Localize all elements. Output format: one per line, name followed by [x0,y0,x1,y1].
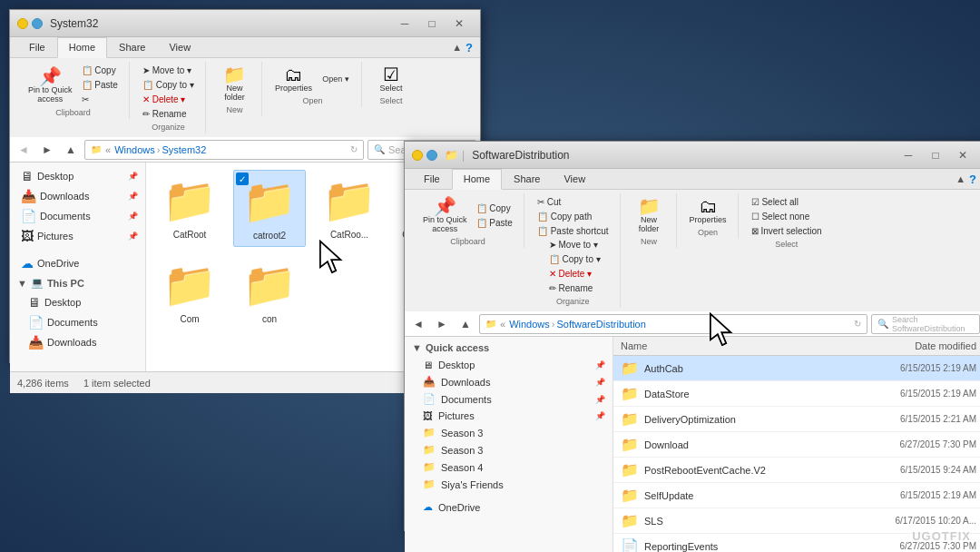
tab-file-w2[interactable]: File [412,169,452,189]
list-item-selfupdate[interactable]: 📁 SelfUpdate 6/15/2015 2:19 AM [613,483,980,508]
address-path-w2[interactable]: 📁 « Windows › SoftwareDistribution ↻ [479,314,867,334]
delete-button[interactable]: ✕ Delete ▾ [139,93,198,106]
tab-share-w2[interactable]: Share [502,169,552,189]
qa-item-pictures[interactable]: 🖼 Pictures 📌 [405,408,612,424]
collapse-ribbon-icon[interactable]: ▲ [452,42,462,53]
search-box-w2[interactable]: 🔍 Search SoftwareDistribution [871,314,980,334]
copy-path-button-w2[interactable]: 📋 Copy path [534,210,612,223]
sidebar-thispc-w1[interactable]: ▼ 💻 This PC [10,273,145,292]
close-button-w2[interactable]: ✕ [949,142,976,169]
minimize-icon[interactable] [17,18,28,29]
tab-file-w1[interactable]: File [17,37,57,57]
properties-button-w2[interactable]: 🗂 Properties [686,195,730,226]
sidebar-item-downloads-w1[interactable]: 📥 Downloads 📌 [10,186,145,206]
file-item-catroot-partial[interactable]: 📁 CatRoo... [313,170,386,247]
pin-icon-qa-documents: 📌 [595,395,605,404]
delete-button-w2[interactable]: ✕ Delete ▾ [545,267,604,281]
list-item-postreboot[interactable]: 📁 PostRebootEventCache.V2 6/15/2015 9:24… [613,458,980,483]
list-item-download[interactable]: 📁 Download 6/27/2015 7:30 PM [613,432,980,458]
restore-button-w2[interactable]: □ [922,142,949,169]
pin-to-quick-access-button-w2[interactable]: 📌 Pin to Quickaccess [419,195,471,235]
qa-item-downloads[interactable]: 📥 Downloads 📌 [405,373,612,390]
paste-shortcut-button-w2[interactable]: 📋 Paste shortcut [534,224,612,238]
address-path-w1[interactable]: 📁 « Windows › System32 ↻ [84,140,364,160]
col-date-header[interactable]: Date modified [824,340,976,351]
back-button-w2[interactable]: ◄ [408,314,428,334]
new-folder-button-w2[interactable]: 📁 Newfolder [631,195,667,235]
new-folder-button-w1[interactable]: 📁 Newfolder [216,64,252,104]
chevron-qa-icon: ▼ [412,342,422,353]
minimize-button-w2[interactable]: ─ [895,142,922,169]
qa-item-season3a[interactable]: 📁 Season 3 [405,424,612,441]
sidebar-item-documents2-w1[interactable]: 📄 Documents [10,312,145,332]
copy-button-w2[interactable]: 📋 Copy [473,202,516,215]
organize-buttons-w1: ➤ Move to ▾ 📋 Copy to ▾ ✕ Delete ▾ ✏ Ren… [139,64,198,121]
maximize-icon-w2[interactable] [426,150,437,161]
tab-home-w2[interactable]: Home [452,169,502,190]
sidebar-item-pictures-w1[interactable]: 🖼 Pictures 📌 [10,226,145,246]
rename-button-w2[interactable]: ✏ Rename [545,281,604,295]
pin-icon-qa-downloads: 📌 [595,378,605,387]
qa-item-documents[interactable]: 📄 Documents 📌 [405,390,612,408]
file-item-catroot2[interactable]: ✓ 📁 catroot2 [233,170,306,247]
move-to-button[interactable]: ➤ Move to ▾ [139,64,198,77]
list-item-authcab[interactable]: 📁 AuthCab 6/15/2015 2:19 AM [613,356,980,381]
close-button[interactable]: ✕ [446,10,473,37]
refresh-icon-w1[interactable]: ↻ [350,144,358,154]
ribbon-group-new-w2: 📁 Newfolder New [622,193,677,248]
select-all-button-w2[interactable]: ☑ Select all [748,195,826,209]
paste-button-w1[interactable]: 📋 Paste [78,78,122,92]
sidebar-item-documents-w1[interactable]: 📄 Documents 📌 [10,206,145,226]
sidebar-item-downloads2-w1[interactable]: 📥 Downloads [10,332,145,352]
copy-to-button-w2[interactable]: 📋 Copy to ▾ [545,252,604,266]
pipe-icon-w2: | [462,149,465,162]
pin-to-quick-access-button[interactable]: 📌 Pin to Quickaccess [24,65,76,105]
help-icon[interactable]: ? [466,41,473,54]
qa-item-season3b[interactable]: 📁 Season 3 [405,441,612,458]
back-button-w1[interactable]: ◄ [14,140,34,160]
list-item-datastore[interactable]: 📁 DataStore 6/15/2015 2:19 AM [613,381,980,407]
rename-button[interactable]: ✏ Rename [139,107,198,121]
onedrive-item-w2[interactable]: ☁ OneDrive [405,498,612,516]
collapse-ribbon-icon-w2[interactable]: ▲ [956,173,965,184]
qa-item-season4[interactable]: 📁 Season 4 [405,458,612,476]
restore-button[interactable]: □ [418,10,446,37]
copy-to-button[interactable]: 📋 Copy to ▾ [139,78,198,92]
quick-access-header[interactable]: ▼ Quick access [405,339,612,357]
paste-button-w2[interactable]: 📋 Paste [473,216,516,230]
invert-selection-button-w2[interactable]: ⊠ Invert selection [748,224,826,238]
copy-button-w1[interactable]: 📋 Copy [78,64,122,77]
sidebar-item-onedrive-w1[interactable]: ☁ OneDrive [10,253,145,273]
file-item-com[interactable]: 📁 Com [153,254,226,330]
file-item-catroot[interactable]: 📁 CatRoot [153,170,226,247]
tab-view-w1[interactable]: View [157,37,202,57]
sidebar-item-desktop2-w1[interactable]: 🖥 Desktop [10,292,145,312]
forward-button-w2[interactable]: ► [432,314,452,334]
col-name-header[interactable]: Name [621,340,824,351]
move-to-button-w2[interactable]: ➤ Move to ▾ [545,238,604,251]
cut-button-w2[interactable]: ✂ Cut [534,195,612,209]
up-button-w2[interactable]: ▲ [456,314,475,334]
sidebar-item-desktop-w1[interactable]: 🖥 Desktop 📌 [10,166,145,186]
minimize-button[interactable]: ─ [391,10,418,37]
tab-home-w1[interactable]: Home [57,37,107,58]
minimize-icon-w2[interactable] [412,150,423,161]
properties-button-w1[interactable]: 🗂 Properties [271,64,316,94]
maximize-icon[interactable] [32,18,43,29]
help-icon-w2[interactable]: ? [969,172,976,186]
clipboard-buttons-w1: 📌 Pin to Quickaccess 📋 Copy 📋 Paste ✂ [24,64,122,106]
list-item-deliveryopt[interactable]: 📁 DeliveryOptimization 6/15/2015 2:21 AM [613,407,980,432]
up-button-w1[interactable]: ▲ [61,140,81,160]
qa-item-siyas-friends[interactable]: 📁 Siya's Friends [405,476,612,493]
open-button-w1[interactable]: Open ▾ [318,73,354,85]
qa-item-desktop[interactable]: 🖥 Desktop 📌 [405,357,612,373]
forward-button-w1[interactable]: ► [37,140,57,160]
select-button-w1[interactable]: ☑ Select [373,64,409,94]
tab-view-w2[interactable]: View [552,169,597,189]
tab-share-w1[interactable]: Share [107,37,157,57]
ribbon-group-open-w1: 🗂 Properties Open ▾ Open [264,62,362,107]
refresh-icon-w2[interactable]: ↻ [854,319,861,329]
file-item-con[interactable]: 📁 con [233,254,306,330]
select-none-button-w2[interactable]: ☐ Select none [748,210,826,223]
cut-button-w1[interactable]: ✂ [78,93,122,106]
